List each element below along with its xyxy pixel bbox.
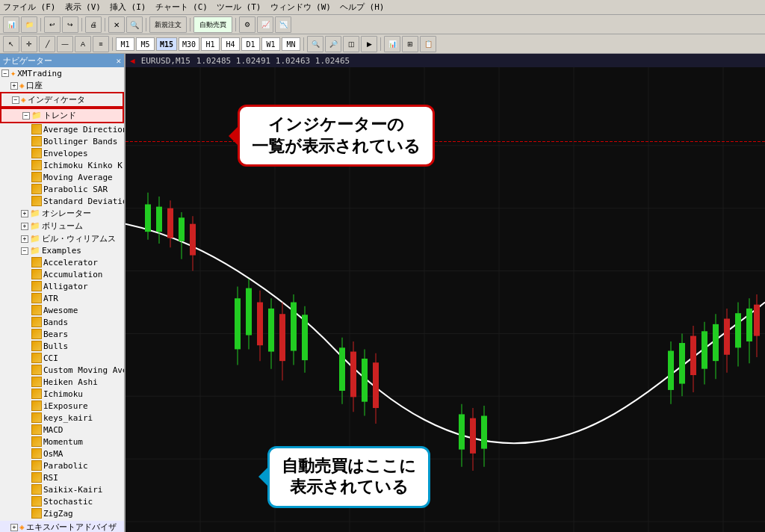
menu-insert[interactable]: 挿入 (I)	[110, 1, 146, 13]
nav-item-iexposure[interactable]: iExposure	[0, 400, 124, 412]
menu-window[interactable]: ウィンドウ (W)	[270, 1, 332, 13]
nav-item-expertadvisor[interactable]: + ◈ エキスパートアドバイザ	[0, 521, 124, 532]
menu-view[interactable]: 表示 (V)	[65, 1, 102, 13]
open-btn[interactable]: 📁	[21, 16, 37, 33]
template-btn[interactable]: 📋	[420, 36, 436, 52]
indicator-btn[interactable]: 📊	[384, 36, 400, 52]
callout-bottom-text: 自動売買はここに表示されている	[282, 456, 416, 498]
tf-m30[interactable]: M30	[179, 37, 199, 51]
tf-h1[interactable]: H1	[201, 37, 220, 51]
nav-label-bollinger: Bollinger Bands	[43, 137, 117, 146]
nav-item-saikixkairi[interactable]: Saikix-Kairi	[0, 483, 124, 495]
zoom-out-chart-btn[interactable]: 🔎	[325, 36, 341, 52]
nav-item-ichimoku2[interactable]: Ichimoku	[0, 388, 124, 400]
menu-help[interactable]: ヘルプ (H)	[340, 1, 385, 13]
nav-item-bears[interactable]: Bears	[0, 328, 124, 340]
text-btn[interactable]: A	[75, 36, 91, 52]
zoom-in-btn[interactable]: ✕	[108, 16, 125, 33]
nav-item-heikenashi[interactable]: Heiken Ashi	[0, 376, 124, 388]
nav-item-parabolicsar[interactable]: Parabolic SAR	[0, 183, 124, 195]
crosshair-btn[interactable]: ✛	[21, 36, 37, 52]
nav-item-account[interactable]: + ◈ 口座	[0, 79, 124, 92]
nav-item-awesome[interactable]: Awesome	[0, 304, 124, 316]
chart-shift-btn[interactable]: ◫	[343, 36, 359, 52]
nav-item-alligator[interactable]: Alligator	[0, 280, 124, 292]
indicator-icon-bollinger	[31, 136, 42, 146]
nav-item-trend[interactable]: − 📁 トレンド	[0, 108, 124, 123]
nav-item-cci[interactable]: CCI	[0, 352, 124, 364]
indicator-icon-macd	[31, 424, 42, 435]
tf-m1[interactable]: M1	[116, 37, 134, 51]
menu-file[interactable]: ファイル (F)	[3, 1, 56, 13]
indicator-icon-iexposure	[31, 400, 42, 411]
nav-item-bulls[interactable]: Bulls	[0, 340, 124, 352]
menu-tools[interactable]: ツール (T)	[217, 1, 261, 13]
nav-item-accumulation[interactable]: Accumulation	[0, 268, 124, 280]
nav-item-stddev[interactable]: Standard Deviatio	[0, 195, 124, 207]
cursor-btn[interactable]: ↖	[3, 36, 19, 52]
zoom-out-btn[interactable]: 🔍	[126, 16, 143, 33]
nav-item-avgdir[interactable]: Average Direction	[0, 123, 124, 135]
nav-item-atr[interactable]: ATR	[0, 292, 124, 304]
nav-item-custommovingavg[interactable]: Custom Moving Aver	[0, 364, 124, 376]
zoom-chart-btn[interactable]: 🔍	[307, 36, 323, 52]
period-sep-btn[interactable]: ⊞	[402, 36, 418, 52]
auto-scroll-btn[interactable]: ▶	[361, 36, 377, 52]
tf-h4[interactable]: H4	[221, 37, 240, 51]
tf-m5[interactable]: M5	[136, 37, 155, 51]
chart-area[interactable]: ◀ EURUSD,M15 1.02485 1.02491 1.02463 1.0…	[126, 54, 765, 532]
nav-label-accelerator: Accelerator	[43, 258, 98, 267]
nav-item-zigzag[interactable]: ZigZag	[0, 507, 124, 519]
tf-d1[interactable]: D1	[241, 37, 260, 51]
chart-canvas[interactable]: インジケーターの一覧が表示されている 自動売買はここに表示されている	[126, 67, 765, 532]
btn-extra2[interactable]: 📈	[257, 16, 273, 33]
navigator-close-btn[interactable]: ✕	[116, 56, 121, 66]
nav-item-williams[interactable]: + 📁 ビル・ウィリアムス	[0, 232, 124, 245]
fib-btn[interactable]: ≡	[93, 36, 109, 52]
tf-mn[interactable]: MN	[282, 37, 300, 51]
nav-root-xmtrading[interactable]: − ✦ XMTrading	[0, 67, 124, 79]
xm-icon: ✦	[10, 68, 16, 78]
nav-item-bollinger[interactable]: Bollinger Bands	[0, 135, 124, 147]
nav-label-heikenashi: Heiken Ashi	[43, 377, 98, 387]
btn-extra1[interactable]: ⚙	[239, 16, 255, 33]
svg-rect-26	[190, 224, 196, 256]
nav-item-accelerator[interactable]: Accelerator	[0, 256, 124, 268]
nav-item-examples[interactable]: − 📁 Examples	[0, 245, 124, 256]
nav-item-parabolic[interactable]: Parabolic	[0, 460, 124, 471]
svg-rect-56	[668, 351, 674, 390]
redo-btn[interactable]: ↪	[62, 16, 78, 33]
expand-icon-volume: +	[21, 223, 28, 230]
nav-item-macd[interactable]: MACD	[0, 424, 124, 436]
nav-item-bands[interactable]: Bands	[0, 316, 124, 328]
auto-trade-btn[interactable]: 自動売買	[193, 16, 232, 33]
tf-w1[interactable]: W1	[261, 37, 280, 51]
nav-item-indicators[interactable]: − ◈ インディケータ	[0, 92, 124, 108]
print-btn[interactable]: 🖨	[85, 16, 102, 33]
indicator-icon-ichimoku2	[31, 389, 42, 399]
nav-label-oscillators: オシレーター	[42, 208, 91, 219]
svg-rect-66	[724, 319, 730, 355]
nav-item-rsi[interactable]: RSI	[0, 471, 124, 483]
menu-chart[interactable]: チャート (C)	[155, 1, 208, 13]
new-order-btn[interactable]: 新規注文	[149, 16, 187, 33]
nav-item-momentum[interactable]: Momentum	[0, 436, 124, 448]
sep8	[303, 37, 304, 51]
nav-item-volume[interactable]: + 📁 ボリューム	[0, 220, 124, 232]
nav-item-keyskairi[interactable]: keys_kairi	[0, 412, 124, 424]
nav-item-ichimoku[interactable]: Ichimoku Kinko K	[0, 159, 124, 171]
undo-btn[interactable]: ↩	[44, 16, 61, 33]
nav-label-indicators: インディケータ	[28, 94, 85, 105]
nav-item-oscillators[interactable]: + 📁 オシレーター	[0, 207, 124, 220]
nav-item-envelopes[interactable]: Envelopes	[0, 147, 124, 159]
svg-rect-40	[302, 315, 308, 360]
nav-item-movingavg[interactable]: Moving Average	[0, 171, 124, 183]
nav-item-osma[interactable]: OsMA	[0, 448, 124, 460]
btn-extra3[interactable]: 📉	[275, 16, 291, 33]
line-btn[interactable]: ╱	[39, 36, 55, 52]
hline-btn[interactable]: —	[57, 36, 73, 52]
toolbar-row2: ↖ ✛ ╱ — A ≡ M1 M5 M15 M30 H1 H4 D1 W1 MN…	[0, 34, 765, 54]
nav-item-stochastic[interactable]: Stochastic	[0, 495, 124, 507]
tf-m15[interactable]: M15	[156, 37, 177, 51]
new-chart-btn[interactable]: 📊	[3, 16, 19, 33]
